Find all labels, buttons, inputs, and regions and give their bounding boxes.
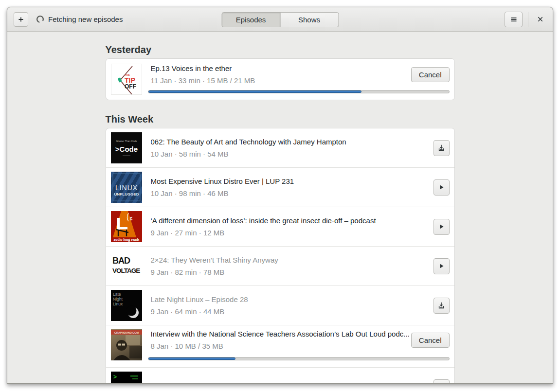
episode-title: ‘A different dimension of loss’: inside …: [151, 216, 434, 226]
episode-row: THE TIP OFF Ep.13 Voices in the ether 11…: [106, 59, 454, 100]
episode-title: Most Expensive Linux Distro Ever | LUP 2…: [151, 177, 434, 186]
svg-text:Greater Than Code: Greater Than Code: [116, 140, 137, 143]
close-icon: [537, 16, 544, 23]
download-progress-bar: [148, 90, 450, 93]
episode-meta: 9 Jan · 27 min · 12 MB: [151, 228, 434, 238]
svg-text:Linux: Linux: [113, 302, 123, 306]
download-icon: [437, 302, 445, 309]
podcast-cover-greater-than-code: Greater Than Code >Code: [111, 132, 142, 163]
titlebar-right-controls: [505, 12, 546, 27]
play-button[interactable]: [434, 179, 450, 196]
titlebar-separator: [528, 12, 528, 27]
add-podcast-button[interactable]: [14, 12, 28, 27]
menu-button[interactable]: [505, 12, 523, 27]
status-text: Fetching new episodes: [48, 15, 123, 23]
episode-title: 062: The Beauty of Art and Technology wi…: [151, 137, 434, 147]
section-title-yesterday: Yesterday: [106, 44, 455, 55]
episode-meta: 9 Jan · 82 min · 78 MB: [151, 267, 434, 277]
episode-meta: 10 Jan · 98 min · 46 MB: [151, 189, 434, 198]
svg-text:BAD: BAD: [112, 256, 130, 266]
svg-text:>: >: [113, 374, 117, 380]
episode-row: > IRL IRL Bot or Not: [106, 367, 454, 384]
play-button[interactable]: [434, 219, 450, 235]
episode-row: Late Night Linux Late Night Linux – Epis…: [106, 285, 454, 325]
episode-meta: 8 Jan · 10 MB / 35 MB: [151, 341, 411, 351]
episode-title: Bot or Not: [151, 381, 434, 384]
episode-title: Late Night Linux – Episode 28: [151, 295, 434, 304]
episode-row: BAD VOLTAGE 2×24: They Weren’t That Shin…: [106, 246, 454, 285]
podcast-cover-craphound: CRAPHOUND.COM: [111, 329, 142, 360]
episode-title: Ep.13 Voices in the ether: [151, 64, 411, 73]
download-button[interactable]: [434, 140, 450, 156]
this-week-card: Greater Than Code >Code 062: The Beauty …: [106, 128, 455, 384]
download-progress-bar: [148, 357, 450, 360]
download-icon: [437, 383, 445, 384]
hamburger-menu-icon: [510, 16, 518, 23]
play-button[interactable]: [434, 258, 450, 274]
svg-text:g: g: [130, 215, 132, 220]
podcast-cover-late-night-linux: Late Night Linux: [111, 290, 142, 321]
episode-meta: 11 Jan · 33 min · 15 MB / 21 MB: [151, 76, 411, 86]
svg-text:UNPLUGGED: UNPLUGGED: [114, 192, 139, 196]
episodes-view: Yesterday THE TIP OFF: [7, 32, 553, 384]
episode-row: CRAPHOUND.COM Interview with the Nationa…: [106, 325, 454, 367]
titlebar[interactable]: Fetching new episodes Episodes Shows: [7, 7, 553, 32]
svg-text:CRAPHOUND.COM: CRAPHOUND.COM: [114, 331, 139, 334]
spinner-icon: [36, 15, 44, 23]
podcast-cover-irl: > IRL IRL: [111, 372, 142, 384]
section-title-this-week: This Week: [106, 114, 455, 125]
podcasts-app-window: Fetching new episodes Episodes Shows: [7, 7, 553, 384]
podcast-cover-linux-unplugged: LINUX UNPLUGGED: [111, 172, 142, 203]
podcast-cover-the-tip-off: THE TIP OFF: [111, 64, 142, 95]
download-progress-fill: [148, 90, 362, 93]
podcast-cover-bad-voltage: BAD VOLTAGE: [111, 250, 142, 282]
episode-meta: 10 Jan · 58 min · 54 MB: [151, 149, 434, 159]
svg-text:Night: Night: [113, 297, 123, 302]
close-window-button[interactable]: [534, 13, 546, 26]
download-button[interactable]: [434, 379, 450, 384]
svg-text:VOLTAGE: VOLTAGE: [112, 267, 140, 274]
episode-meta: 9 Jan · 64 min · 44 MB: [151, 307, 434, 317]
download-button[interactable]: [434, 298, 450, 314]
svg-text:>Code: >Code: [115, 145, 137, 153]
episode-title: Interview with the National Science Teac…: [151, 329, 411, 339]
tab-shows[interactable]: Shows: [280, 12, 339, 27]
svg-text:audio long reads: audio long reads: [113, 237, 139, 242]
play-icon: [437, 223, 445, 231]
download-progress-fill: [148, 357, 235, 360]
episode-row: Greater Than Code >Code 062: The Beauty …: [106, 128, 454, 167]
tab-episodes[interactable]: Episodes: [221, 12, 280, 27]
episode-title: 2×24: They Weren’t That Shiny Anyway: [151, 255, 434, 265]
svg-text:IRL: IRL: [117, 382, 134, 384]
cancel-download-button[interactable]: Cancel: [411, 333, 450, 348]
yesterday-card: THE TIP OFF Ep.13 Voices in the ether 11…: [106, 58, 455, 100]
play-icon: [437, 262, 445, 270]
play-icon: [437, 183, 445, 191]
svg-text:OFF: OFF: [125, 83, 136, 90]
episode-row: g audio long reads ‘A different dimensio…: [106, 207, 454, 246]
view-switcher: Episodes Shows: [221, 12, 339, 27]
svg-text:Late: Late: [113, 292, 121, 297]
episode-row: LINUX UNPLUGGED Most Expensive Linux Dis…: [106, 167, 454, 207]
svg-text:LINUX: LINUX: [115, 184, 137, 192]
podcast-cover-audio-long-reads: g audio long reads: [111, 211, 142, 242]
cancel-download-button[interactable]: Cancel: [411, 67, 450, 82]
download-icon: [437, 144, 445, 152]
plus-icon: [17, 16, 25, 23]
